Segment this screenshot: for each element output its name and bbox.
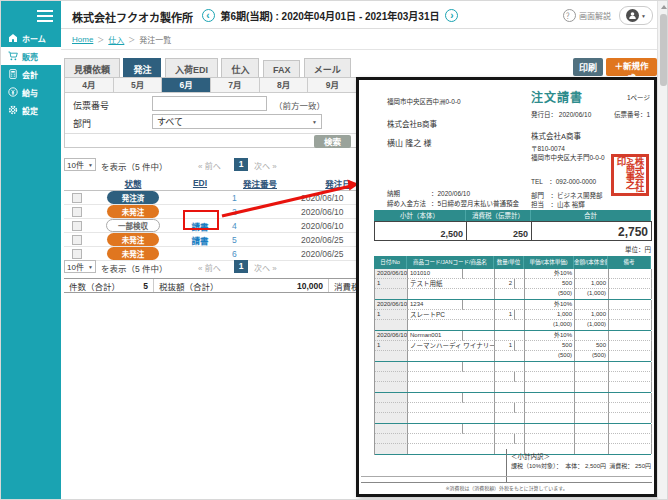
department-select[interactable]: すべて ▼ — [152, 114, 322, 129]
invoice-delivery-value: ：2020/06/10 — [431, 190, 470, 197]
menu-icon[interactable] — [37, 7, 53, 25]
calculator-icon — [8, 69, 18, 79]
order-no-link[interactable]: 6 — [224, 249, 296, 259]
breadcrumb-section[interactable]: 仕入 — [108, 34, 124, 45]
item-amount-net: (1,000) — [575, 289, 609, 299]
column-order-no[interactable]: 発注番号 — [224, 177, 296, 189]
month-tab-aug[interactable]: 8月 — [260, 78, 309, 93]
month-tab-apr[interactable]: 4月 — [65, 78, 114, 93]
invoice-footnote: ※消費税は（消費税額）外税をもとに計算しています。 — [374, 484, 640, 491]
breakdown-divider — [506, 449, 507, 482]
detail-item-group: 2020/06/101234外10% 1スレートPC11,0001,000 (1… — [375, 300, 651, 331]
fiscal-period: 第6期(当期) : 2020年04月01日 - 2021年03月31日 — [221, 8, 440, 23]
department-label: 部門 — [73, 117, 91, 130]
invoice-slip-no: 伝票番号：1 — [614, 109, 650, 119]
row-checkbox[interactable] — [72, 249, 82, 259]
total-header: 合計 — [531, 210, 651, 221]
row-checkbox[interactable] — [72, 193, 82, 203]
detail-header: 日付/No 商品コード/JANコード/商品名 数量/単位 単価/(本体単価) 金… — [374, 256, 651, 269]
list-controls-top: 10件 ▼ を表示（5 件中） « 前へ 1 次へ » — [64, 158, 356, 172]
breadcrumb-home[interactable]: Home — [72, 35, 93, 44]
column-edi[interactable]: EDI — [176, 178, 224, 188]
item-qty: 1 — [495, 341, 515, 351]
summary-count-value: 5 — [143, 281, 148, 291]
item-amount: 1,000 — [575, 310, 609, 320]
summary-net: 税抜額（合計） 10,000 — [153, 279, 328, 292]
company-seal-stamp: 株式会社A商事之印 — [611, 154, 649, 196]
sidebar-item-label: 販売 — [22, 51, 38, 62]
order-no-link[interactable]: 1 — [224, 193, 296, 203]
item-price: 1,000 — [525, 310, 575, 320]
pagination-page-1[interactable]: 1 — [234, 260, 248, 273]
order-no-link[interactable]: 4 — [224, 221, 296, 231]
item-qty: 2 — [495, 279, 515, 289]
prev-period-button[interactable]: ‹ — [202, 9, 215, 22]
detail-empty-group — [375, 393, 651, 424]
pagination-page-1[interactable]: 1 — [234, 158, 248, 171]
print-button[interactable]: 印刷 — [573, 58, 603, 76]
row-checkbox[interactable] — [72, 207, 82, 217]
invoice-staff: 担当 ：山本 裕輝 — [531, 199, 585, 209]
sidebar-item-payroll[interactable]: 給与 — [1, 83, 61, 101]
pagination-prev[interactable]: « 前へ — [198, 262, 221, 273]
next-period-button[interactable]: › — [445, 9, 458, 22]
summary-count-label: 件数（合計） — [69, 280, 120, 292]
page-size-select[interactable]: 10件 ▼ — [64, 260, 96, 273]
month-tab-jun[interactable]: 6月 — [162, 78, 211, 93]
yen-coin-icon — [8, 87, 18, 97]
edi-confirmation-link[interactable]: 請書 — [176, 234, 224, 246]
page-size-select[interactable]: 10件 ▼ — [64, 158, 96, 171]
breadcrumb-separator: ＞ — [128, 34, 135, 44]
invoice-from-address: 福岡市中央区大手門0-0-0 — [531, 152, 605, 162]
status-badge: 一部検収 — [106, 219, 160, 232]
item-no: 1 — [375, 279, 408, 289]
invoice-detail-table: 日付/No 商品コード/JANコード/商品名 数量/単位 単価/(本体単価) 金… — [374, 256, 651, 455]
vertical-scrollbar[interactable] — [657, 1, 668, 500]
create-new-button[interactable]: ＋新規作成 — [606, 58, 657, 76]
pagination-prev[interactable]: « 前へ — [198, 160, 221, 171]
invoice-delivery: 納期：2020/06/10 — [387, 188, 470, 198]
item-amount: 500 — [575, 341, 609, 351]
scrollbar-thumb[interactable] — [660, 14, 667, 86]
col-qty: 数量/単位 — [494, 256, 524, 269]
col-amount: 金額/(本体金額) — [574, 256, 608, 269]
col-date: 日付/No — [374, 256, 407, 269]
tax-header: 消費税（伝票計） — [466, 210, 531, 221]
invoice-payment-value: ：5日締め翌月末払い普通預金 — [431, 200, 519, 207]
breakdown-title: ＜小計内訳＞ — [511, 451, 550, 461]
month-tab-sep[interactable]: 9月 — [308, 78, 357, 93]
pagination-next[interactable]: 次へ » — [254, 262, 277, 273]
app-window: ホーム 販売 会計 給与 設定 株式会社フクオカ製作所 ‹ 第6期(当期) : … — [0, 0, 668, 500]
order-no-link[interactable]: 2 — [224, 207, 296, 217]
sidebar-item-home[interactable]: ホーム — [1, 29, 61, 47]
row-checkbox[interactable] — [72, 235, 82, 245]
item-name: ノーマンハーディ ワイナリー — [408, 341, 495, 351]
month-tab-jul[interactable]: 7月 — [211, 78, 260, 93]
slip-number-input[interactable] — [152, 96, 267, 111]
col-note: 備考 — [608, 256, 651, 269]
showing-label: を表示（5 件中） — [101, 160, 168, 172]
month-tab-may[interactable]: 5月 — [114, 78, 163, 93]
help-link[interactable]: ？ 画面解説 — [563, 9, 611, 22]
invoice-preview: 福岡市中央区西中洲0-0-0 株式会社B商事 横山 隆之 様 注文請書 発行日：… — [356, 77, 657, 497]
item-code: 1234 — [408, 300, 463, 310]
item-name: スレートPC — [408, 310, 495, 320]
sidebar-item-settings[interactable]: 設定 — [1, 101, 61, 119]
item-code: Norman001 — [408, 331, 463, 341]
pagination-next[interactable]: 次へ » — [254, 160, 277, 171]
scroll-up-icon[interactable] — [661, 5, 667, 9]
search-button[interactable]: 検索 — [314, 135, 351, 148]
order-no-link[interactable]: 5 — [224, 235, 296, 245]
detail-item-group: 2020/06/10Norman001外10% 1ノーマンハーディ ワイナリー1… — [375, 331, 651, 362]
total-value: 2,750 — [532, 221, 652, 241]
detail-body: 2020/06/10101010外10% 1テスト用紙25001,000 (50… — [374, 269, 651, 455]
column-status[interactable]: 状態 — [90, 177, 176, 189]
sidebar-item-accounting[interactable]: 会計 — [1, 65, 61, 83]
status-badge: 未発注 — [107, 205, 159, 218]
totals-header: 小計（本体） 消費税（伝票計） 合計 — [374, 210, 651, 221]
item-date: 2020/06/10 — [375, 331, 408, 341]
user-menu[interactable]: ▼ — [619, 6, 653, 25]
item-tax: 外10% — [525, 331, 575, 341]
sidebar-item-sales[interactable]: 販売 — [1, 47, 61, 65]
row-checkbox[interactable] — [72, 221, 82, 231]
